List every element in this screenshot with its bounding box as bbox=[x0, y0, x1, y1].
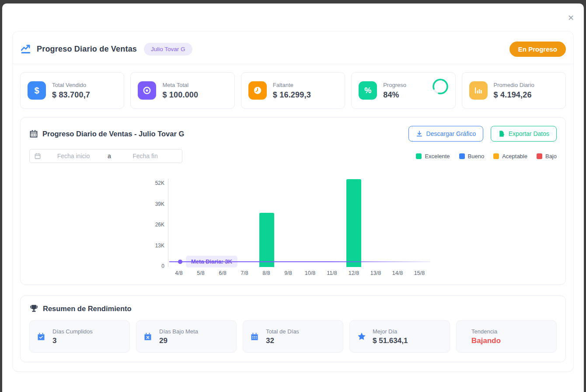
stat-label: Meta Total bbox=[162, 82, 198, 88]
x-tick-label: 13/8 bbox=[365, 270, 387, 276]
calendar-small-icon bbox=[34, 153, 41, 160]
y-tick-label: 0 bbox=[161, 264, 164, 269]
stat-value: $ 4.194,26 bbox=[494, 90, 534, 100]
bar-slot-5/8 bbox=[190, 179, 212, 267]
stat-value: $ 83.700,7 bbox=[52, 90, 90, 100]
file-export-icon bbox=[498, 130, 505, 137]
export-data-label: Exportar Datos bbox=[509, 130, 549, 137]
bar-slot-14/8 bbox=[387, 179, 408, 267]
summary-cards-row: Días Cumplidos 3 Días Bajo Meta bbox=[29, 320, 557, 353]
download-chart-button[interactable]: Descargar Gráfico bbox=[408, 126, 484, 142]
x-tick-label: 10/8 bbox=[299, 270, 321, 276]
summary-value: $ 51.634,1 bbox=[373, 336, 408, 345]
y-tick-label: 26K bbox=[155, 222, 164, 227]
legend-label: Aceptable bbox=[502, 153, 527, 160]
header: Progreso Diario de Ventas Julio Tovar G … bbox=[20, 40, 566, 58]
legend-label: Excelente bbox=[425, 153, 450, 160]
summary-card-mejor-dia: Mejor Día $ 51.634,1 bbox=[349, 320, 450, 353]
stat-value: $ 16.299,3 bbox=[273, 90, 311, 100]
x-tick-label: 12/8 bbox=[343, 270, 365, 276]
bar-slot-10/8 bbox=[300, 179, 321, 267]
stat-label: Promedio Diario bbox=[494, 82, 534, 88]
bar-slot-9/8 bbox=[278, 179, 300, 267]
stat-label: Faltante bbox=[273, 82, 311, 88]
stat-card-promedio: Promedio Diario $ 4.194,26 bbox=[462, 72, 566, 109]
meta-line bbox=[169, 261, 430, 263]
date-end-input[interactable]: Fecha fin bbox=[113, 153, 178, 160]
export-data-button[interactable]: Exportar Datos bbox=[491, 126, 557, 142]
calendar-check-icon bbox=[37, 332, 46, 341]
summary-label: Total de Días bbox=[266, 328, 299, 335]
bar-chart: 52K39K26K13K0 Meta Diaria: 3K 4/85/86/87… bbox=[150, 179, 557, 276]
date-start-input[interactable]: Fecha inicio bbox=[41, 153, 106, 160]
calendar-icon bbox=[250, 332, 260, 341]
stat-label: Progreso bbox=[383, 82, 406, 88]
stat-card-progreso: % Progreso 84% bbox=[351, 72, 455, 109]
bar-slot-11/8 bbox=[321, 179, 343, 267]
y-axis: 52K39K26K13K0 bbox=[150, 179, 168, 267]
dollar-icon: $ bbox=[28, 81, 46, 100]
date-range-picker[interactable]: Fecha inicio a Fecha fin bbox=[29, 149, 182, 163]
summary-value: 29 bbox=[159, 336, 198, 345]
stat-card-meta-total: Meta Total $ 100.000 bbox=[130, 72, 234, 109]
dialog: ✕ Progreso Diario de Ventas Julio Tovar … bbox=[2, 3, 584, 392]
bar-slot-12/8 bbox=[343, 179, 365, 267]
trophy-icon bbox=[29, 304, 38, 313]
bar-slot-6/8 bbox=[212, 179, 234, 267]
legend-swatch bbox=[537, 153, 542, 159]
x-tick-label: 7/8 bbox=[234, 270, 255, 276]
stat-label: Total Vendido bbox=[52, 82, 90, 88]
legend-label: Bueno bbox=[468, 153, 485, 160]
target-icon bbox=[138, 81, 156, 100]
clock-icon bbox=[248, 81, 267, 100]
stat-card-faltante: Faltante $ 16.299,3 bbox=[241, 72, 345, 109]
legend-item-excelente: Excelente bbox=[416, 153, 450, 160]
star-icon bbox=[357, 332, 366, 341]
header-divider bbox=[13, 64, 573, 64]
x-tick-label: 4/8 bbox=[168, 270, 190, 276]
summary-card-tendencia: Tendencia Bajando bbox=[456, 320, 557, 353]
bar-chart-icon bbox=[469, 81, 488, 100]
summary-card-dias-bajo-meta: Días Bajo Meta 29 bbox=[136, 320, 237, 353]
summary-value: 32 bbox=[266, 336, 299, 345]
summary-card-dias-cumplidos: Días Cumplidos 3 bbox=[29, 320, 130, 353]
summary-label: Mejor Día bbox=[373, 328, 408, 335]
chart-panel: Progreso Diario de Ventas - Julio Tovar … bbox=[20, 117, 566, 285]
legend-item-bajo: Bajo bbox=[537, 153, 557, 160]
plot-area: Meta Diaria: 3K bbox=[168, 179, 430, 267]
calendar-icon bbox=[29, 129, 38, 138]
stat-value: 84% bbox=[383, 90, 406, 100]
legend-swatch bbox=[493, 153, 499, 159]
x-tick-label: 5/8 bbox=[190, 270, 212, 276]
bar-slot-8/8 bbox=[256, 179, 278, 267]
status-button[interactable]: En Progreso bbox=[509, 42, 566, 57]
bar-slot-7/8 bbox=[234, 179, 256, 267]
legend-swatch bbox=[459, 153, 465, 159]
summary-value: 3 bbox=[52, 336, 93, 345]
summary-label: Tendencia bbox=[471, 328, 501, 335]
trend-chart-icon bbox=[20, 43, 31, 55]
chart-title: Progreso Diario de Ventas - Julio Tovar … bbox=[42, 130, 184, 138]
y-tick-label: 52K bbox=[155, 180, 164, 186]
bar-slot-15/8 bbox=[408, 179, 430, 267]
stat-card-total-vendido: $ Total Vendido $ 83.700,7 bbox=[20, 72, 124, 109]
legend-swatch bbox=[416, 153, 422, 159]
stat-cards-row: $ Total Vendido $ 83.700,7 Meta Total $ … bbox=[20, 72, 566, 109]
x-tick-label: 14/8 bbox=[387, 270, 408, 276]
summary-panel: Resumen de Rendimiento Días Cumplidos 3 bbox=[20, 295, 566, 362]
user-badge: Julio Tovar G bbox=[144, 43, 192, 56]
date-range-separator: a bbox=[106, 153, 113, 160]
x-tick-label: 8/8 bbox=[255, 270, 277, 276]
close-icon[interactable]: ✕ bbox=[568, 14, 574, 22]
bar-8/8 bbox=[259, 213, 274, 267]
y-tick-label: 13K bbox=[155, 243, 164, 248]
summary-label: Días Cumplidos bbox=[52, 328, 93, 335]
bar-12/8 bbox=[346, 179, 361, 267]
calendar-x-icon bbox=[143, 332, 153, 341]
summary-label: Días Bajo Meta bbox=[159, 328, 198, 335]
dashboard-card: Progreso Diario de Ventas Julio Tovar G … bbox=[12, 31, 574, 372]
summary-title: Resumen de Rendimiento bbox=[43, 305, 132, 313]
summary-value-trend: Bajando bbox=[471, 336, 501, 345]
stat-value: $ 100.000 bbox=[162, 90, 198, 100]
percent-icon: % bbox=[359, 81, 377, 100]
